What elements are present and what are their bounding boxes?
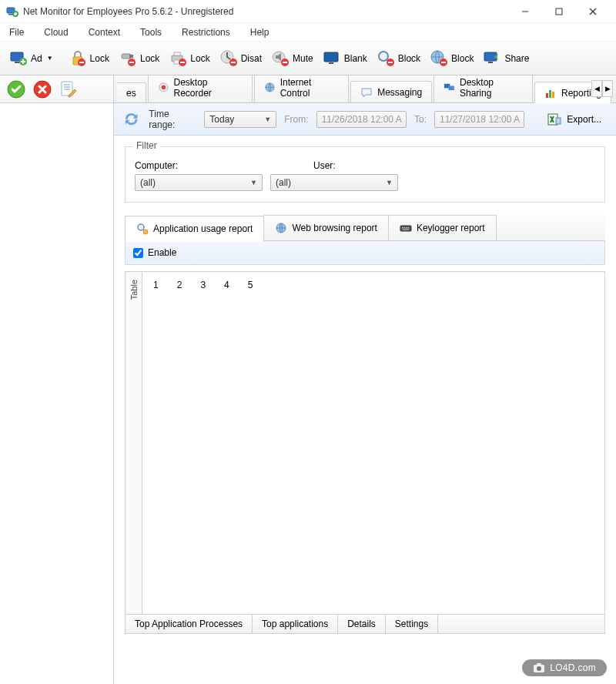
svg-rect-21 <box>180 62 185 63</box>
svg-rect-24 <box>231 62 236 63</box>
svg-rect-33 <box>388 62 393 63</box>
cancel-icon[interactable] <box>32 79 52 99</box>
tab-desktop-sharing[interactable]: Desktop Sharing <box>434 75 533 102</box>
svg-rect-14 <box>129 55 133 58</box>
globe-block-icon <box>430 49 448 68</box>
chevron-down-icon: ▼ <box>386 179 393 186</box>
menu-bar: File Cloud Context Tools Restrictions He… <box>0 23 616 42</box>
timerange-bar: Time range: Today▼ From: 11/26/2018 12:0… <box>114 103 616 136</box>
btab-details[interactable]: Details <box>338 615 386 633</box>
to-label: To: <box>414 114 427 125</box>
col-4[interactable]: 4 <box>224 280 229 290</box>
minimize-button[interactable] <box>508 1 542 22</box>
tab-desktop-recorder[interactable]: Desktop Recorder <box>148 75 253 102</box>
svg-rect-4 <box>556 8 562 15</box>
padlock-icon <box>69 49 87 68</box>
svg-rect-27 <box>283 62 287 63</box>
to-date[interactable]: 11/27/2018 12:00 A▼ <box>434 111 524 128</box>
report-tabs: Application usage report Web browsing re… <box>125 215 605 241</box>
menu-restrictions[interactable]: Restrictions <box>179 25 233 39</box>
bottom-tabs: Top Application Processes Top applicatio… <box>125 615 605 634</box>
table-vertical-tab[interactable]: Table <box>125 271 142 615</box>
col-3[interactable]: 3 <box>200 280 206 290</box>
printer-lock-icon <box>169 49 187 68</box>
enable-label: Enable <box>148 247 176 258</box>
menu-cloud[interactable]: Cloud <box>41 25 71 39</box>
svg-rect-61 <box>403 227 405 229</box>
tab-scroll-left[interactable]: ◀ <box>591 80 602 97</box>
lock-printer-button[interactable]: Lock <box>164 45 214 72</box>
disable-button[interactable]: Disat <box>215 45 266 72</box>
btab-settings[interactable]: Settings <box>386 615 438 633</box>
tab-messaging[interactable]: Messaging <box>350 81 432 102</box>
add-button[interactable]: Ad▼ <box>5 45 58 72</box>
menu-context[interactable]: Context <box>85 25 123 39</box>
col-5[interactable]: 5 <box>248 280 253 290</box>
refresh-icon[interactable] <box>122 109 141 129</box>
svg-rect-64 <box>403 230 409 230</box>
block-search-button[interactable]: Block <box>372 45 425 72</box>
filter-legend: Filter <box>133 140 160 151</box>
svg-rect-60 <box>402 227 403 229</box>
svg-rect-8 <box>15 62 19 63</box>
magnifier-block-icon <box>377 49 395 68</box>
col-1[interactable]: 1 <box>153 280 159 290</box>
export-button[interactable]: Export... <box>540 109 608 130</box>
svg-point-2 <box>13 12 18 16</box>
usb-lock-icon <box>119 49 137 68</box>
menu-help[interactable]: Help <box>247 25 273 39</box>
data-table[interactable]: 1 2 3 4 5 <box>142 271 605 615</box>
speaker-mute-icon <box>271 49 290 68</box>
tab-app-usage[interactable]: Application usage report <box>125 216 264 242</box>
computer-select[interactable]: (all)▼ <box>135 174 263 191</box>
enable-row: Enable <box>125 241 605 265</box>
chart-icon <box>544 87 557 99</box>
app-icon <box>6 5 18 18</box>
tab-partial[interactable]: es <box>117 82 146 102</box>
menu-tools[interactable]: Tools <box>137 25 165 39</box>
tab-keylogger[interactable]: Keylogger report <box>389 215 497 240</box>
enable-checkbox[interactable] <box>133 248 143 258</box>
filter-group: Filter Computer: User: (all)▼ (all)▼ <box>125 146 605 203</box>
edit-icon[interactable] <box>59 79 79 99</box>
svg-rect-36 <box>441 62 446 63</box>
camera-icon <box>533 662 545 673</box>
timerange-select[interactable]: Today▼ <box>204 111 276 128</box>
tab-scroll-right[interactable]: ▶ <box>602 80 613 97</box>
menu-file[interactable]: File <box>6 25 27 39</box>
from-date[interactable]: 11/26/2018 12:00 A▼ <box>316 111 407 128</box>
main-area: es Desktop Recorder Internet Control Mes… <box>0 75 616 684</box>
left-panel <box>0 75 114 684</box>
disable-icon <box>219 49 238 68</box>
blank-button[interactable]: Blank <box>318 45 372 72</box>
share-button[interactable]: Share <box>478 45 534 72</box>
svg-rect-67 <box>537 663 541 666</box>
chevron-down-icon: ▼ <box>250 179 257 186</box>
computer-label: Computer: <box>135 160 178 171</box>
maximize-button[interactable] <box>542 1 576 22</box>
main-tabs: es Desktop Recorder Internet Control Mes… <box>114 75 616 103</box>
svg-point-66 <box>537 666 541 671</box>
btab-top-processes[interactable]: Top Application Processes <box>126 615 253 633</box>
globe-icon <box>264 82 276 94</box>
svg-point-30 <box>379 52 388 61</box>
svg-rect-54 <box>556 118 561 124</box>
close-button[interactable] <box>576 1 610 22</box>
btab-top-apps[interactable]: Top applications <box>253 615 338 633</box>
svg-rect-49 <box>449 86 454 91</box>
user-select[interactable]: (all)▼ <box>270 174 398 191</box>
ok-icon[interactable] <box>6 79 26 99</box>
title-bar: Net Monitor for Employees Pro 5.6.2 - Un… <box>0 0 616 23</box>
mute-button[interactable]: Mute <box>266 45 318 72</box>
globe-icon <box>275 222 287 234</box>
lock-padlock-button[interactable]: Lock <box>64 45 114 72</box>
svg-rect-50 <box>546 93 548 98</box>
tab-web-browsing[interactable]: Web browsing report <box>264 215 389 240</box>
col-2[interactable]: 2 <box>177 280 182 290</box>
chat-icon <box>360 86 373 99</box>
lock-usb-button[interactable]: Lock <box>114 45 164 72</box>
tab-internet-control[interactable]: Internet Control <box>254 75 349 102</box>
computer-list[interactable] <box>0 103 113 684</box>
window-title: Net Monitor for Employees Pro 5.6.2 - Un… <box>23 6 508 17</box>
block-web-button[interactable]: Block <box>425 45 478 72</box>
